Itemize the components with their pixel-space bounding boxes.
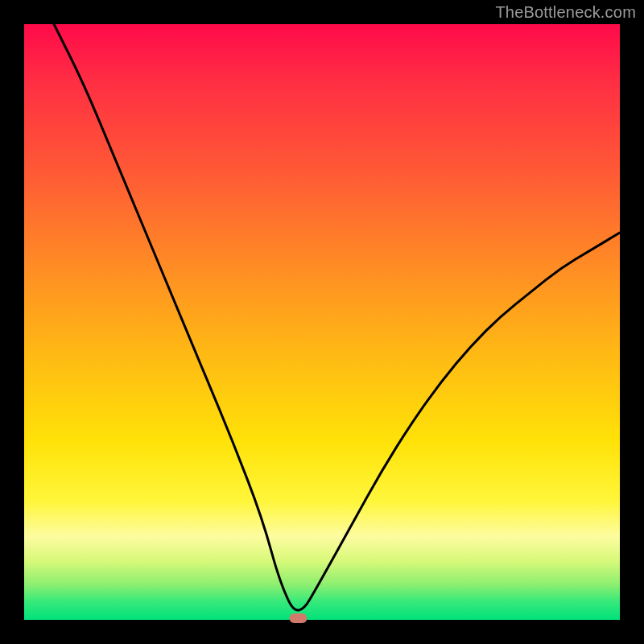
chart-frame: TheBottleneck.com (0, 0, 644, 644)
watermark-text: TheBottleneck.com (495, 3, 636, 22)
plot-svg (24, 24, 620, 620)
plot-area (24, 24, 620, 620)
minimum-marker (289, 613, 307, 623)
bottleneck-curve (54, 24, 620, 610)
